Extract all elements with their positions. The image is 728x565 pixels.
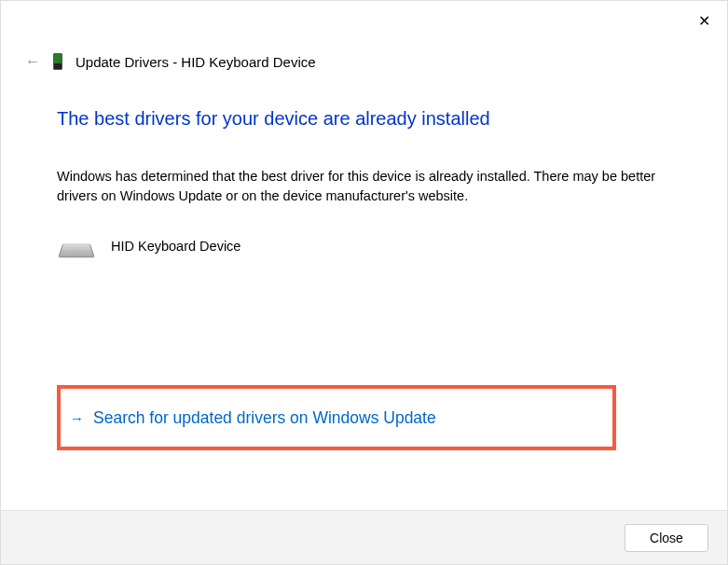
arrow-right-icon: → <box>70 410 84 426</box>
keyboard-icon <box>58 244 95 257</box>
dialog-footer: Close <box>1 510 727 564</box>
dialog-header: ← Update Drivers - HID Keyboard Device <box>25 53 316 70</box>
dialog-title: Update Drivers - HID Keyboard Device <box>76 54 316 70</box>
content-area: The best drivers for your device are alr… <box>57 108 671 260</box>
main-heading: The best drivers for your device are alr… <box>57 108 671 130</box>
highlighted-link-box: → Search for updated drivers on Windows … <box>57 385 616 450</box>
description-text: Windows has determined that the best dri… <box>57 167 671 206</box>
search-windows-update-link[interactable]: Search for updated drivers on Windows Up… <box>93 408 436 428</box>
back-arrow-icon[interactable]: ← <box>25 53 40 70</box>
device-name-label: HID Keyboard Device <box>111 239 240 254</box>
device-icon <box>53 53 62 70</box>
close-icon[interactable]: ✕ <box>698 14 710 29</box>
close-button[interactable]: Close <box>625 524 708 552</box>
device-row: HID Keyboard Device <box>61 232 671 260</box>
